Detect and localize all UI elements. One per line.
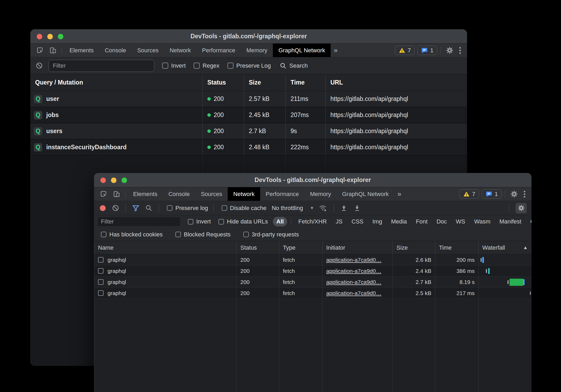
clear-network-log-icon[interactable] <box>111 204 120 212</box>
kebab-menu-icon[interactable] <box>521 187 528 201</box>
titlebar[interactable]: DevTools - gitlab.com/-/graphql-explorer <box>30 29 467 44</box>
network-request-row[interactable]: graphql 200 fetch application-a7ca9d0… 2… <box>94 265 531 277</box>
issues-warning-badge[interactable]: 7 <box>395 46 415 55</box>
initiator-link[interactable]: application-a7ca9d0… <box>326 279 381 285</box>
row-checkbox[interactable] <box>98 257 104 263</box>
network-request-row[interactable]: graphql 200 fetch application-a7ca9d0… 2… <box>94 288 531 299</box>
inspect-element-icon[interactable] <box>97 187 110 201</box>
column-header-size[interactable]: Size <box>392 241 435 254</box>
column-header-time[interactable]: Time <box>286 74 325 91</box>
graphql-request-row[interactable]: Q user 200 2.57 kB 211ms https://gitlab.… <box>30 91 467 107</box>
record-network-log-icon[interactable] <box>100 205 106 211</box>
issues-warning-badge[interactable]: 7 <box>459 189 479 199</box>
chip-manifest[interactable]: Manifest <box>496 217 525 226</box>
import-har-icon[interactable] <box>339 204 349 212</box>
tab-console[interactable]: Console <box>163 187 195 201</box>
preserve-log-checkbox[interactable] <box>227 63 233 69</box>
chip-font[interactable]: Font <box>413 217 431 226</box>
graphql-request-row[interactable]: Q jobs 200 2.45 kB 207ms https://gitlab.… <box>30 107 467 123</box>
filter-funnel-icon[interactable] <box>131 204 141 212</box>
regex-checkbox[interactable] <box>194 63 200 69</box>
row-checkbox[interactable] <box>98 290 104 296</box>
tab-network[interactable]: Network <box>228 187 260 201</box>
device-toolbar-icon[interactable] <box>110 187 123 201</box>
graphql-request-row[interactable]: Q instanceSecurityDashboard 200 2.48 kB … <box>30 139 467 156</box>
filter-input[interactable] <box>49 60 154 72</box>
titlebar[interactable]: DevTools - gitlab.com/-/graphql-explorer <box>94 173 531 187</box>
column-header-type[interactable]: Type <box>279 241 322 254</box>
minimize-button[interactable] <box>47 34 53 39</box>
tab-network[interactable]: Network <box>164 44 197 57</box>
chip-media[interactable]: Media <box>388 217 410 226</box>
tab-graphql-network[interactable]: GraphQL Network <box>336 187 394 201</box>
chip-ws[interactable]: WS <box>452 217 469 226</box>
warning-icon <box>463 191 470 198</box>
column-header-name[interactable]: Name <box>94 241 236 254</box>
kebab-menu-icon[interactable] <box>456 44 464 57</box>
column-header-url[interactable]: URL <box>325 74 467 91</box>
column-header-query-mutation[interactable]: Query / Mutation <box>30 74 202 91</box>
tab-memory[interactable]: Memory <box>305 187 336 201</box>
initiator-link[interactable]: application-a7ca9d0… <box>326 290 381 296</box>
chip-wasm[interactable]: Wasm <box>471 217 494 226</box>
column-header-size[interactable]: Size <box>244 74 286 91</box>
settings-gear-icon[interactable] <box>507 187 521 201</box>
clear-icon[interactable] <box>35 62 43 69</box>
more-tabs-icon[interactable]: » <box>394 187 404 201</box>
initiator-link[interactable]: application-a7ca9d0… <box>326 257 381 263</box>
device-toolbar-icon[interactable] <box>46 44 59 57</box>
tab-sources[interactable]: Sources <box>195 187 228 201</box>
inspect-element-icon[interactable] <box>34 44 46 57</box>
messages-badge[interactable]: 1 <box>482 189 502 199</box>
tab-memory[interactable]: Memory <box>241 44 273 57</box>
column-header-status[interactable]: Status <box>202 74 244 91</box>
invert-checkbox[interactable] <box>188 219 193 225</box>
network-conditions-icon[interactable] <box>318 204 328 212</box>
network-settings-button[interactable] <box>516 203 527 213</box>
chip-fetch-xhr[interactable]: Fetch/XHR <box>295 217 330 226</box>
third-party-checkbox[interactable] <box>243 232 249 237</box>
row-checkbox[interactable] <box>98 268 104 274</box>
messages-badge[interactable]: 1 <box>417 46 437 55</box>
blocked-cookies-checkbox[interactable] <box>101 232 106 237</box>
search-button[interactable]: Search <box>280 62 308 69</box>
network-request-row[interactable]: graphql 200 fetch application-a7ca9d0… 2… <box>94 277 531 288</box>
minimize-button[interactable] <box>111 178 116 183</box>
chip-all[interactable]: All <box>273 217 287 226</box>
hide-data-urls-checkbox[interactable] <box>218 219 224 225</box>
tab-sources[interactable]: Sources <box>132 44 164 57</box>
column-header-time[interactable]: Time <box>435 241 478 254</box>
chip-img[interactable]: Img <box>369 217 386 226</box>
column-header-waterfall[interactable]: Waterfall ▲ <box>478 241 531 254</box>
close-button[interactable] <box>37 34 42 39</box>
tab-console[interactable]: Console <box>99 44 132 57</box>
row-checkbox[interactable] <box>98 279 104 285</box>
invert-checkbox[interactable] <box>162 63 168 69</box>
chip-js[interactable]: JS <box>332 217 346 226</box>
column-header-status[interactable]: Status <box>236 241 279 254</box>
close-button[interactable] <box>100 178 106 183</box>
chip-css[interactable]: CSS <box>348 217 367 226</box>
tab-performance[interactable]: Performance <box>197 44 241 57</box>
initiator-link[interactable]: application-a7ca9d0… <box>326 268 381 274</box>
graphql-request-row[interactable]: Q users 200 2.7 kB 9s https://gitlab.com… <box>30 123 467 139</box>
tab-performance[interactable]: Performance <box>260 187 305 201</box>
chip-doc[interactable]: Doc <box>433 217 450 226</box>
tab-elements[interactable]: Elements <box>128 187 163 201</box>
blocked-requests-checkbox[interactable] <box>175 232 181 237</box>
settings-gear-icon[interactable] <box>443 44 456 57</box>
preserve-log-checkbox[interactable] <box>167 205 172 211</box>
throttling-dropdown[interactable]: No throttling ▼ <box>272 205 314 212</box>
export-har-icon[interactable] <box>352 204 362 212</box>
tab-graphql-network[interactable]: GraphQL Network <box>273 44 330 57</box>
search-icon[interactable] <box>144 204 153 212</box>
more-tabs-icon[interactable]: » <box>331 44 341 57</box>
zoom-button[interactable] <box>58 34 63 39</box>
column-header-initiator[interactable]: Initiator <box>322 241 392 254</box>
disable-cache-checkbox[interactable] <box>222 205 227 211</box>
network-request-row[interactable]: graphql 200 fetch application-a7ca9d0… 2… <box>94 254 531 265</box>
tab-elements[interactable]: Elements <box>64 44 99 57</box>
zoom-button[interactable] <box>121 178 127 183</box>
chip-other[interactable]: Other <box>527 217 531 226</box>
network-filter-input[interactable] <box>98 217 180 226</box>
